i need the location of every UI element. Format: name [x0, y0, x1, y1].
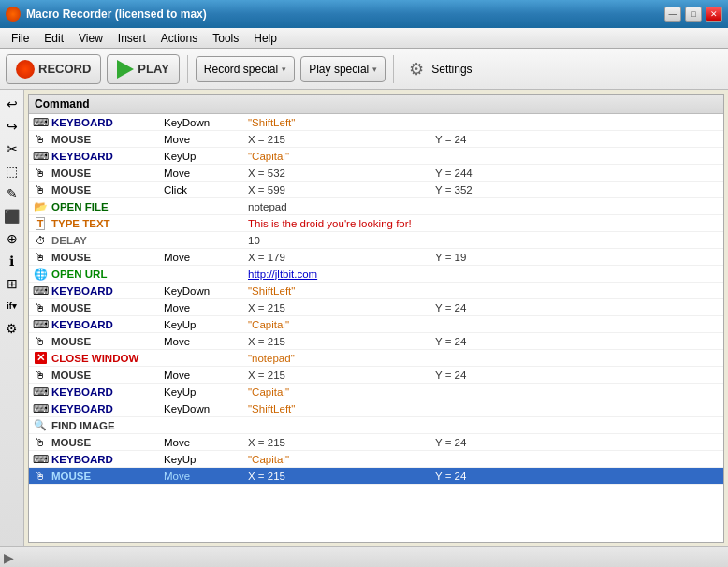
cmd-action: Move — [164, 336, 248, 347]
table-row[interactable]: 🖱 MOUSE Move X = 215 Y = 24 — [29, 468, 723, 485]
row-icon: 🖱 — [33, 435, 48, 450]
toolbar: RECORD PLAY Record special ▾ Play specia… — [0, 49, 728, 90]
main-area: ↩ ↪ ✂ ⬚ ✎ ⬛ ⊕ ℹ ⊞ if▾ ⚙ Command ⌨ KEYBOA… — [0, 90, 728, 546]
row-icon: T — [33, 216, 48, 231]
cmd-param1: X = 599 — [248, 184, 435, 196]
row-icon: ⌨ — [33, 115, 48, 130]
side-btn-info[interactable]: ℹ — [2, 251, 22, 271]
cmd-type: MOUSE — [51, 134, 164, 145]
cmd-param2: Y = 24 — [435, 336, 466, 347]
record-label: RECORD — [38, 62, 91, 76]
menu-tools[interactable]: Tools — [205, 30, 246, 47]
row-icon: 🔍 — [33, 418, 48, 433]
table-row[interactable]: 🖱 MOUSE Move X = 215 Y = 24 — [29, 131, 723, 148]
play-special-label: Play special — [309, 63, 369, 76]
cmd-action: Move — [164, 370, 248, 381]
gear-icon: ⚙ — [409, 60, 428, 79]
table-row[interactable]: ⌨ KEYBOARD KeyUp "Capital" — [29, 316, 723, 333]
table-row[interactable]: ✕ CLOSE WINDOW "notepad" — [29, 350, 723, 367]
cmd-action: KeyUp — [164, 454, 248, 465]
cmd-param1: "Capital" — [248, 151, 435, 162]
command-panel: Command ⌨ KEYBOARD KeyDown "ShiftLeft" 🖱… — [28, 94, 724, 543]
record-button[interactable]: RECORD — [6, 54, 101, 84]
settings-button[interactable]: ⚙ Settings — [401, 56, 479, 82]
table-row[interactable]: T TYPE TEXT This is the droid you're loo… — [29, 215, 723, 232]
menu-help[interactable]: Help — [246, 30, 284, 47]
table-row[interactable]: 🖱 MOUSE Click X = 599 Y = 352 — [29, 182, 723, 198]
cmd-action: KeyDown — [164, 117, 248, 128]
cmd-type: OPEN FILE — [51, 201, 164, 212]
cmd-type: MOUSE — [51, 437, 164, 448]
table-row[interactable]: 🖱 MOUSE Move X = 215 Y = 24 — [29, 299, 723, 316]
record-special-dropdown[interactable]: Record special ▾ — [196, 56, 295, 82]
cmd-param1: "Capital" — [248, 319, 435, 330]
table-row[interactable]: ⌨ KEYBOARD KeyUp "Capital" — [29, 148, 723, 165]
record-special-label: Record special — [204, 63, 278, 76]
command-list[interactable]: ⌨ KEYBOARD KeyDown "ShiftLeft" 🖱 MOUSE M… — [29, 114, 723, 542]
cmd-type: MOUSE — [51, 302, 164, 313]
cmd-action: Move — [164, 471, 248, 482]
menu-insert[interactable]: Insert — [110, 30, 153, 47]
cmd-action: Move — [164, 437, 248, 448]
side-btn-settings[interactable]: ⚙ — [2, 318, 22, 339]
table-row[interactable]: 🖱 MOUSE Move X = 532 Y = 244 — [29, 165, 723, 182]
row-icon: 🖱 — [33, 368, 48, 383]
cmd-param1: "notepad" — [248, 353, 435, 364]
table-row[interactable]: ⌨ KEYBOARD KeyDown "ShiftLeft" — [29, 283, 723, 299]
side-btn-undo[interactable]: ↩ — [2, 94, 22, 114]
table-row[interactable]: ⌨ KEYBOARD KeyDown "ShiftLeft" — [29, 114, 723, 131]
menu-edit[interactable]: Edit — [36, 30, 71, 47]
minimize-button[interactable]: — — [664, 7, 681, 22]
status-bar: ▶ — [0, 546, 728, 567]
cmd-type: FIND IMAGE — [51, 420, 164, 431]
cmd-action: KeyUp — [164, 151, 248, 162]
side-toolbar: ↩ ↪ ✂ ⬚ ✎ ⬛ ⊕ ℹ ⊞ if▾ ⚙ — [0, 90, 24, 546]
cmd-type: KEYBOARD — [51, 403, 164, 414]
cmd-param1: "ShiftLeft" — [248, 403, 435, 414]
menu-file[interactable]: File — [4, 30, 36, 47]
table-row[interactable]: 🖱 MOUSE Move X = 215 Y = 24 — [29, 333, 723, 350]
side-btn-record[interactable]: ⬛ — [2, 206, 22, 226]
maximize-button[interactable]: □ — [685, 7, 702, 22]
side-btn-if[interactable]: if▾ — [2, 296, 22, 316]
cmd-param1: This is the droid you're looking for! — [248, 218, 435, 229]
table-row[interactable]: ⌨ KEYBOARD KeyUp "Capital" — [29, 384, 723, 400]
cmd-action: Move — [164, 167, 248, 179]
table-row[interactable]: 🖱 MOUSE Move X = 179 Y = 19 — [29, 249, 723, 266]
table-row[interactable]: 🌐 OPEN URL http://jltbit.com — [29, 266, 723, 283]
cmd-param1: X = 215 — [248, 302, 435, 313]
side-btn-add[interactable]: ⊕ — [2, 228, 22, 249]
row-icon: ⌨ — [33, 452, 48, 467]
cmd-param1: "Capital" — [248, 386, 435, 398]
table-row[interactable]: ⌨ KEYBOARD KeyUp "Capital" — [29, 451, 723, 468]
play-special-dropdown[interactable]: Play special ▾ — [300, 56, 386, 82]
cmd-type: KEYBOARD — [51, 386, 164, 398]
title-bar-text: Macro Recorder (licensed to max) — [26, 7, 664, 21]
side-btn-edit[interactable]: ✎ — [2, 183, 22, 204]
cmd-param1: X = 532 — [248, 167, 435, 179]
side-btn-copy[interactable]: ⬚ — [2, 161, 22, 182]
side-btn-grid[interactable]: ⊞ — [2, 273, 22, 294]
status-arrow[interactable]: ▶ — [4, 550, 14, 565]
table-row[interactable]: ⏱ DELAY 10 — [29, 232, 723, 249]
cmd-type: KEYBOARD — [51, 117, 164, 128]
play-button[interactable]: PLAY — [107, 54, 179, 84]
table-row[interactable]: ⌨ KEYBOARD KeyDown "ShiftLeft" — [29, 400, 723, 417]
table-row[interactable]: 🖱 MOUSE Move X = 215 Y = 24 — [29, 434, 723, 451]
cmd-param1: "Capital" — [248, 454, 435, 465]
table-row[interactable]: 🔍 FIND IMAGE — [29, 417, 723, 434]
table-row[interactable]: 📂 OPEN FILE notepad — [29, 198, 723, 215]
close-button[interactable]: ✕ — [706, 7, 722, 22]
cmd-action: Move — [164, 302, 248, 313]
cmd-type: DELAY — [51, 235, 164, 246]
cmd-type: MOUSE — [51, 370, 164, 381]
toolbar-separator-1 — [187, 55, 188, 83]
menu-view[interactable]: View — [71, 30, 110, 47]
side-btn-cut[interactable]: ✂ — [2, 138, 22, 159]
table-row[interactable]: 🖱 MOUSE Move X = 215 Y = 24 — [29, 367, 723, 384]
play-label: PLAY — [138, 62, 168, 76]
cmd-param1: X = 215 — [248, 437, 435, 448]
menu-actions[interactable]: Actions — [153, 30, 205, 47]
cmd-action: Move — [164, 252, 248, 263]
side-btn-redo[interactable]: ↪ — [2, 116, 22, 137]
